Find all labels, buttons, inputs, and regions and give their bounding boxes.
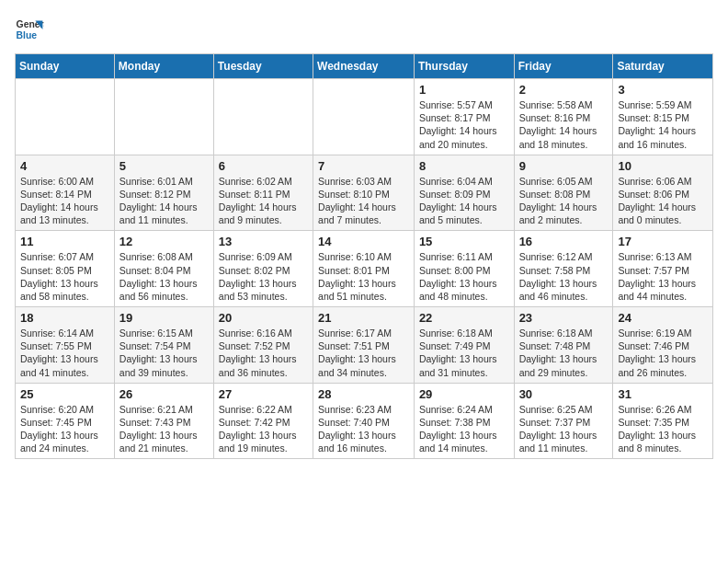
day-cell: 16Sunrise: 6:12 AMSunset: 7:58 PMDayligh… bbox=[514, 231, 613, 307]
day-info: Sunrise: 6:11 AMSunset: 8:00 PMDaylight:… bbox=[419, 250, 509, 303]
day-cell: 20Sunrise: 6:16 AMSunset: 7:52 PMDayligh… bbox=[213, 307, 313, 384]
day-info: Sunrise: 6:08 AMSunset: 8:04 PMDaylight:… bbox=[119, 250, 209, 303]
day-info: Sunrise: 6:19 AMSunset: 7:46 PMDaylight:… bbox=[618, 327, 708, 379]
day-number: 16 bbox=[519, 235, 609, 248]
logo-icon: General Blue bbox=[15, 15, 44, 44]
day-number: 23 bbox=[519, 311, 609, 325]
weekday-header-friday: Friday bbox=[514, 54, 613, 79]
day-cell: 2Sunrise: 5:58 AMSunset: 8:16 PMDaylight… bbox=[514, 79, 613, 155]
day-cell: 13Sunrise: 6:09 AMSunset: 8:02 PMDayligh… bbox=[213, 231, 313, 307]
day-number: 21 bbox=[318, 311, 409, 325]
day-number: 29 bbox=[419, 387, 509, 401]
day-info: Sunrise: 6:04 AMSunset: 8:09 PMDaylight:… bbox=[419, 175, 509, 227]
weekday-header-thursday: Thursday bbox=[414, 54, 514, 79]
weekday-header-sunday: Sunday bbox=[16, 54, 115, 79]
day-number: 11 bbox=[20, 235, 109, 248]
day-number: 18 bbox=[20, 311, 109, 325]
day-cell: 15Sunrise: 6:11 AMSunset: 8:00 PMDayligh… bbox=[414, 231, 514, 307]
day-info: Sunrise: 6:10 AMSunset: 8:01 PMDaylight:… bbox=[318, 250, 409, 303]
day-info: Sunrise: 5:58 AMSunset: 8:16 PMDaylight:… bbox=[519, 98, 609, 151]
weekday-header-monday: Monday bbox=[114, 54, 213, 79]
day-number: 4 bbox=[20, 159, 109, 173]
week-row-3: 11Sunrise: 6:07 AMSunset: 8:05 PMDayligh… bbox=[16, 231, 713, 307]
day-cell: 21Sunrise: 6:17 AMSunset: 7:51 PMDayligh… bbox=[313, 307, 415, 384]
svg-text:Blue: Blue bbox=[17, 30, 38, 40]
day-info: Sunrise: 6:13 AMSunset: 7:57 PMDaylight:… bbox=[618, 250, 708, 303]
day-cell: 4Sunrise: 6:00 AMSunset: 8:14 PMDaylight… bbox=[16, 155, 115, 231]
day-number: 9 bbox=[519, 159, 609, 173]
day-cell: 6Sunrise: 6:02 AMSunset: 8:11 PMDaylight… bbox=[213, 155, 313, 231]
day-number: 2 bbox=[519, 83, 609, 97]
day-cell: 18Sunrise: 6:14 AMSunset: 7:55 PMDayligh… bbox=[16, 307, 115, 384]
day-info: Sunrise: 6:16 AMSunset: 7:52 PMDaylight:… bbox=[219, 327, 308, 379]
day-number: 30 bbox=[519, 387, 609, 401]
day-cell: 31Sunrise: 6:26 AMSunset: 7:35 PMDayligh… bbox=[613, 383, 713, 459]
day-cell bbox=[313, 79, 415, 155]
week-row-4: 18Sunrise: 6:14 AMSunset: 7:55 PMDayligh… bbox=[16, 307, 713, 384]
day-number: 7 bbox=[318, 159, 409, 173]
day-number: 14 bbox=[318, 235, 409, 248]
day-number: 28 bbox=[318, 387, 409, 401]
page-header: General Blue bbox=[15, 15, 713, 44]
day-cell bbox=[213, 79, 313, 155]
day-cell: 28Sunrise: 6:23 AMSunset: 7:40 PMDayligh… bbox=[313, 383, 415, 459]
weekday-header-saturday: Saturday bbox=[613, 54, 713, 79]
day-number: 5 bbox=[119, 159, 209, 173]
day-cell: 9Sunrise: 6:05 AMSunset: 8:08 PMDaylight… bbox=[514, 155, 613, 231]
day-info: Sunrise: 6:14 AMSunset: 7:55 PMDaylight:… bbox=[20, 327, 109, 379]
day-cell: 30Sunrise: 6:25 AMSunset: 7:37 PMDayligh… bbox=[514, 383, 613, 459]
day-info: Sunrise: 6:23 AMSunset: 7:40 PMDaylight:… bbox=[318, 403, 409, 455]
day-cell: 17Sunrise: 6:13 AMSunset: 7:57 PMDayligh… bbox=[613, 231, 713, 307]
weekday-header-wednesday: Wednesday bbox=[313, 54, 415, 79]
day-info: Sunrise: 6:01 AMSunset: 8:12 PMDaylight:… bbox=[119, 175, 209, 227]
day-number: 3 bbox=[618, 83, 708, 97]
day-number: 8 bbox=[419, 159, 509, 173]
day-info: Sunrise: 6:20 AMSunset: 7:45 PMDaylight:… bbox=[20, 403, 109, 455]
day-info: Sunrise: 6:25 AMSunset: 7:37 PMDaylight:… bbox=[519, 403, 609, 455]
day-number: 24 bbox=[618, 311, 708, 325]
day-number: 15 bbox=[419, 235, 509, 248]
day-cell bbox=[114, 79, 213, 155]
day-number: 26 bbox=[119, 387, 209, 401]
day-cell: 22Sunrise: 6:18 AMSunset: 7:49 PMDayligh… bbox=[414, 307, 514, 384]
day-number: 13 bbox=[219, 235, 308, 248]
day-cell: 5Sunrise: 6:01 AMSunset: 8:12 PMDaylight… bbox=[114, 155, 213, 231]
day-cell: 10Sunrise: 6:06 AMSunset: 8:06 PMDayligh… bbox=[613, 155, 713, 231]
weekday-header-tuesday: Tuesday bbox=[213, 54, 313, 79]
week-row-2: 4Sunrise: 6:00 AMSunset: 8:14 PMDaylight… bbox=[16, 155, 713, 231]
day-number: 20 bbox=[219, 311, 308, 325]
day-info: Sunrise: 6:00 AMSunset: 8:14 PMDaylight:… bbox=[20, 175, 109, 227]
day-info: Sunrise: 6:02 AMSunset: 8:11 PMDaylight:… bbox=[219, 175, 308, 227]
day-cell bbox=[16, 79, 115, 155]
day-number: 25 bbox=[20, 387, 109, 401]
calendar-table: SundayMondayTuesdayWednesdayThursdayFrid… bbox=[15, 53, 713, 459]
day-number: 27 bbox=[219, 387, 308, 401]
day-info: Sunrise: 6:17 AMSunset: 7:51 PMDaylight:… bbox=[318, 327, 409, 379]
week-row-5: 25Sunrise: 6:20 AMSunset: 7:45 PMDayligh… bbox=[16, 383, 713, 459]
day-info: Sunrise: 6:07 AMSunset: 8:05 PMDaylight:… bbox=[20, 250, 109, 303]
day-cell: 14Sunrise: 6:10 AMSunset: 8:01 PMDayligh… bbox=[313, 231, 415, 307]
day-cell: 3Sunrise: 5:59 AMSunset: 8:15 PMDaylight… bbox=[613, 79, 713, 155]
day-info: Sunrise: 6:18 AMSunset: 7:49 PMDaylight:… bbox=[419, 327, 509, 379]
day-cell: 1Sunrise: 5:57 AMSunset: 8:17 PMDaylight… bbox=[414, 79, 514, 155]
day-cell: 19Sunrise: 6:15 AMSunset: 7:54 PMDayligh… bbox=[114, 307, 213, 384]
day-cell: 27Sunrise: 6:22 AMSunset: 7:42 PMDayligh… bbox=[213, 383, 313, 459]
day-number: 17 bbox=[618, 235, 708, 248]
day-cell: 7Sunrise: 6:03 AMSunset: 8:10 PMDaylight… bbox=[313, 155, 415, 231]
day-cell: 29Sunrise: 6:24 AMSunset: 7:38 PMDayligh… bbox=[414, 383, 514, 459]
day-info: Sunrise: 6:26 AMSunset: 7:35 PMDaylight:… bbox=[618, 403, 708, 455]
day-number: 10 bbox=[618, 159, 708, 173]
day-number: 19 bbox=[119, 311, 209, 325]
day-cell: 8Sunrise: 6:04 AMSunset: 8:09 PMDaylight… bbox=[414, 155, 514, 231]
weekday-header-row: SundayMondayTuesdayWednesdayThursdayFrid… bbox=[16, 54, 713, 79]
day-info: Sunrise: 6:06 AMSunset: 8:06 PMDaylight:… bbox=[618, 175, 708, 227]
day-info: Sunrise: 6:15 AMSunset: 7:54 PMDaylight:… bbox=[119, 327, 209, 379]
day-cell: 25Sunrise: 6:20 AMSunset: 7:45 PMDayligh… bbox=[16, 383, 115, 459]
logo: General Blue bbox=[15, 15, 48, 44]
day-info: Sunrise: 6:22 AMSunset: 7:42 PMDaylight:… bbox=[219, 403, 308, 455]
day-number: 31 bbox=[618, 387, 708, 401]
day-cell: 12Sunrise: 6:08 AMSunset: 8:04 PMDayligh… bbox=[114, 231, 213, 307]
day-cell: 26Sunrise: 6:21 AMSunset: 7:43 PMDayligh… bbox=[114, 383, 213, 459]
day-info: Sunrise: 6:24 AMSunset: 7:38 PMDaylight:… bbox=[419, 403, 509, 455]
day-number: 12 bbox=[119, 235, 209, 248]
